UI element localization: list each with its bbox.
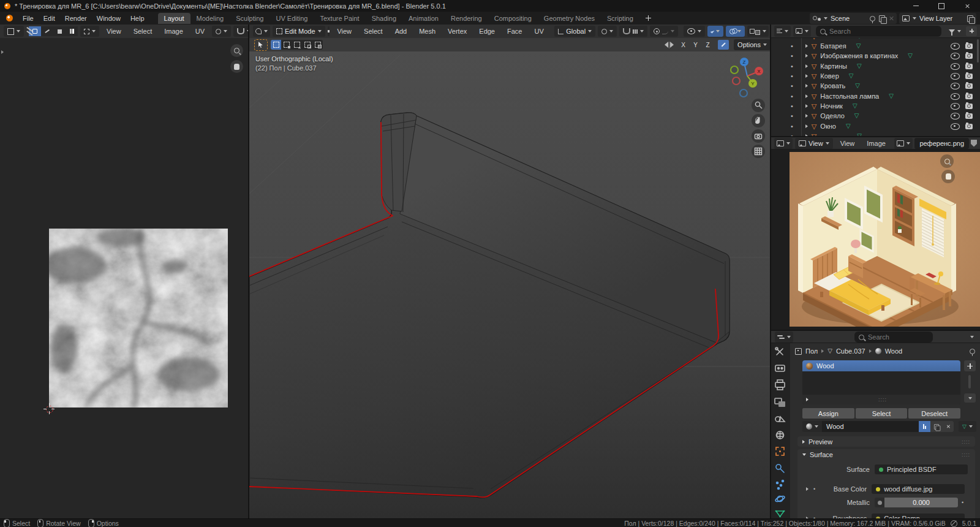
outliner-row[interactable]: •▽Ковер▽ <box>771 71 980 81</box>
outliner-filter-dropdown[interactable] <box>946 26 963 37</box>
disable-render-icon[interactable] <box>965 104 973 109</box>
menu-file[interactable]: File <box>18 15 39 22</box>
new-view-layer-icon[interactable] <box>967 15 973 22</box>
copy-material-button[interactable] <box>930 421 942 432</box>
breadcrumb-mesh[interactable]: Cube.037 <box>836 347 865 355</box>
tab-particles[interactable] <box>777 480 784 490</box>
viewport-camera-icon[interactable] <box>752 129 765 143</box>
overlays-dropdown[interactable] <box>726 26 745 37</box>
outliner-row[interactable]: •▽Кровать▽ <box>771 81 980 91</box>
tab-layout[interactable]: Layout <box>158 13 190 24</box>
uv-zoom-icon[interactable] <box>230 44 243 57</box>
tab-modeling[interactable]: Modeling <box>190 13 230 24</box>
viewport-grid-icon[interactable] <box>752 145 765 158</box>
hide-viewport-icon[interactable] <box>951 93 960 100</box>
slot-scrollbar[interactable] <box>968 375 971 389</box>
mirror-icon[interactable] <box>665 42 674 48</box>
object-label[interactable]: Ковер <box>820 72 839 80</box>
tab-view-layer[interactable] <box>775 398 785 407</box>
roughness-field[interactable]: Color Ramp <box>872 514 965 518</box>
image-menu-view[interactable]: View <box>835 140 860 147</box>
tab-render[interactable] <box>775 365 785 371</box>
filter-expand-icon[interactable] <box>806 398 809 401</box>
tab-output[interactable] <box>775 380 785 390</box>
object-label[interactable]: Картины <box>820 63 847 70</box>
select-extend-mode-button[interactable] <box>281 40 292 50</box>
tab-scripting[interactable]: Scripting <box>601 13 639 24</box>
image-zoom-icon[interactable] <box>940 154 954 168</box>
disable-render-icon[interactable] <box>965 94 973 99</box>
object-label[interactable]: Батарея <box>820 42 846 50</box>
disable-render-icon[interactable] <box>965 83 973 89</box>
object-label[interactable]: Изображения в картинах <box>820 52 898 59</box>
snap-to-toggle[interactable] <box>718 40 729 50</box>
xray-toggle[interactable] <box>747 26 769 37</box>
vp-menu-select[interactable]: Select <box>359 28 388 35</box>
image-menu-image[interactable]: Image <box>862 140 891 147</box>
material-users-button[interactable] <box>919 421 930 432</box>
unlink-material-button[interactable] <box>942 421 954 432</box>
animate-dot-icon[interactable]: • <box>962 499 963 506</box>
show-gizmo-dropdown[interactable] <box>684 26 705 37</box>
region-expand-icon[interactable] <box>1 50 4 54</box>
uv-select-edge-button[interactable] <box>41 26 53 36</box>
material-name-field[interactable]: Wood <box>822 421 919 432</box>
editor-type-uv-button[interactable] <box>4 26 24 37</box>
outliner-row[interactable]: •▽Ночник▽ <box>771 101 980 111</box>
uv-pan-icon[interactable] <box>230 60 243 73</box>
tab-compositing[interactable]: Compositing <box>488 13 538 24</box>
tab-object[interactable] <box>776 447 784 455</box>
image-editor-canvas[interactable] <box>771 150 980 330</box>
select-intersect-mode-button[interactable] <box>312 40 323 50</box>
select-button[interactable]: Select <box>856 408 908 419</box>
disable-render-icon[interactable] <box>965 44 973 49</box>
tab-texture-paint[interactable]: Texture Paint <box>314 13 365 24</box>
mirror-y-toggle[interactable]: Y <box>690 40 701 50</box>
hide-viewport-icon[interactable] <box>951 43 960 50</box>
outliner-row[interactable]: •▽Батарея▽ <box>771 41 980 51</box>
object-label[interactable]: Одеяло <box>820 112 844 119</box>
uv-sticky-select-dropdown[interactable] <box>80 26 99 37</box>
uv-menu-image[interactable]: Image <box>159 28 188 35</box>
fake-user-shield-icon[interactable] <box>971 140 977 147</box>
outliner-row[interactable]: •▽Настольная лампа▽ <box>771 91 980 101</box>
browse-material-dropdown[interactable] <box>802 421 822 432</box>
expand-base-color-icon[interactable] <box>806 487 809 491</box>
snap-dropdown[interactable] <box>619 26 647 37</box>
image-name-field[interactable]: референс.png <box>914 138 969 149</box>
image-browse-dropdown[interactable] <box>894 138 913 149</box>
vp-menu-face[interactable]: Face <box>502 28 527 35</box>
add-workspace-button[interactable] <box>639 13 657 24</box>
uv-menu-select[interactable]: Select <box>129 28 157 35</box>
hide-viewport-icon[interactable] <box>951 113 960 119</box>
hide-viewport-icon[interactable] <box>951 103 960 110</box>
breadcrumb-material[interactable]: Wood <box>885 347 903 355</box>
disable-render-icon[interactable] <box>965 53 973 59</box>
material-specials-button[interactable] <box>964 393 976 403</box>
uv-editor-canvas[interactable] <box>0 38 248 518</box>
vp-menu-vertex[interactable]: Vertex <box>443 28 472 35</box>
mode-dropdown[interactable]: Edit Mode <box>273 26 325 37</box>
base-color-field[interactable]: wood diffuse.jpg <box>872 484 965 494</box>
resize-grip[interactable]: :::: <box>878 396 887 403</box>
outliner-row[interactable]: •▽Картины▽ <box>771 61 980 71</box>
deselect-button[interactable]: Deselect <box>908 408 960 419</box>
breadcrumb-object[interactable]: Пол <box>805 347 818 355</box>
uv-select-vertex-button[interactable] <box>29 26 41 36</box>
pivot-point-dropdown[interactable] <box>598 26 617 37</box>
tab-modifiers[interactable] <box>776 464 784 472</box>
outliner-row-partial-bottom[interactable]: •▽▽ <box>771 131 980 136</box>
add-material-slot-button[interactable] <box>964 360 976 371</box>
metallic-socket-button[interactable] <box>875 498 884 507</box>
object-label[interactable]: Ночник <box>820 102 843 110</box>
tab-sculpting[interactable]: Sculpting <box>230 13 270 24</box>
uv-menu-uv[interactable]: UV <box>190 28 209 35</box>
mirror-z-toggle[interactable]: Z <box>703 40 713 50</box>
tab-shading[interactable]: Shading <box>366 13 402 24</box>
proportional-edit-dropdown[interactable] <box>650 26 678 37</box>
image-pan-icon[interactable] <box>941 170 955 183</box>
properties-options-icon[interactable] <box>970 336 974 338</box>
object-label[interactable]: Окно <box>820 123 836 130</box>
tool-settings-icon[interactable] <box>253 26 270 37</box>
disable-render-icon[interactable] <box>965 124 973 129</box>
